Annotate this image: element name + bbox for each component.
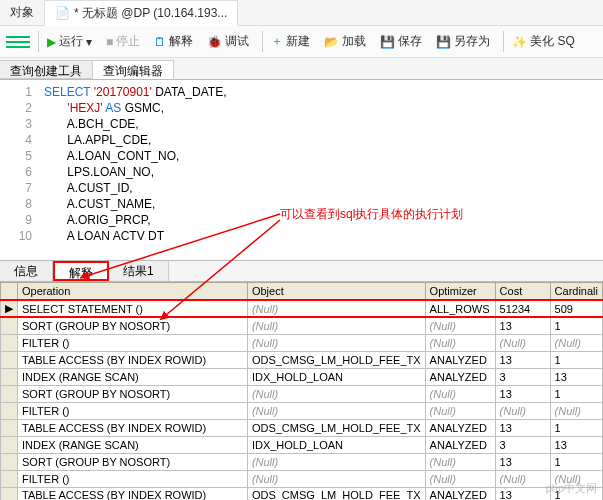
tab-builder[interactable]: 查询创建工具 (0, 60, 93, 79)
cell-op: TABLE ACCESS (BY INDEX ROWID) (18, 351, 248, 368)
grid-header-row: Operation Object Optimizer Cost Cardinal… (1, 283, 603, 301)
table-row[interactable]: SORT (GROUP BY NOSORT)(Null)(Null)131 (1, 317, 603, 334)
cell-opt: ANALYZED (425, 351, 495, 368)
cell-opt: (Null) (425, 470, 495, 487)
tab-editor[interactable]: 查询编辑器 (92, 60, 174, 79)
play-icon: ▶ (47, 35, 56, 49)
col-object[interactable]: Object (247, 283, 425, 301)
cell-obj: IDX_HOLD_LOAN (247, 436, 425, 453)
table-row[interactable]: INDEX (RANGE SCAN)IDX_HOLD_LOANANALYZED3… (1, 368, 603, 385)
cell-op: SORT (GROUP BY NOSORT) (18, 317, 248, 334)
cell-obj: (Null) (247, 300, 425, 317)
cell-card: 1 (550, 385, 602, 402)
tab-result1[interactable]: 结果1 (109, 261, 169, 281)
cell-op: TABLE ACCESS (BY INDEX ROWID) (18, 487, 248, 500)
cell-op: INDEX (RANGE SCAN) (18, 436, 248, 453)
cell-cost: 13 (495, 453, 550, 470)
table-row[interactable]: SORT (GROUP BY NOSORT)(Null)(Null)131 (1, 453, 603, 470)
col-cost[interactable]: Cost (495, 283, 550, 301)
tab-explain[interactable]: 解释 (53, 261, 109, 281)
row-marker (1, 470, 18, 487)
wand-icon: ✨ (512, 35, 527, 49)
new-button[interactable]: ＋新建 (262, 31, 315, 52)
saveas-button[interactable]: 💾另存为 (431, 31, 495, 52)
stop-button[interactable]: ■停止 (101, 31, 145, 52)
cell-cost: 51234 (495, 300, 550, 317)
tab-info[interactable]: 信息 (0, 261, 53, 281)
table-row[interactable]: INDEX (RANGE SCAN)IDX_HOLD_LOANANALYZED3… (1, 436, 603, 453)
beautify-button[interactable]: ✨美化 SQ (503, 31, 580, 52)
run-button[interactable]: ▶运行▾ (38, 31, 97, 52)
save-button[interactable]: 💾保存 (375, 31, 427, 52)
objects-tab[interactable]: 对象 (0, 0, 44, 26)
explain-plan-grid[interactable]: Operation Object Optimizer Cost Cardinal… (0, 282, 603, 500)
cell-cost: 13 (495, 487, 550, 500)
table-row[interactable]: FILTER ()(Null)(Null)(Null)(Null) (1, 470, 603, 487)
row-marker (1, 317, 18, 334)
row-marker (1, 402, 18, 419)
cell-opt: ALL_ROWS (425, 300, 495, 317)
col-operation[interactable]: Operation (18, 283, 248, 301)
cell-opt: ANALYZED (425, 436, 495, 453)
cell-op: SORT (GROUP BY NOSORT) (18, 385, 248, 402)
table-row[interactable]: SORT (GROUP BY NOSORT)(Null)(Null)131 (1, 385, 603, 402)
load-button[interactable]: 📂加载 (319, 31, 371, 52)
table-row[interactable]: TABLE ACCESS (BY INDEX ROWID)ODS_CMSG_LM… (1, 351, 603, 368)
table-row[interactable]: TABLE ACCESS (BY INDEX ROWID)ODS_CMSG_LM… (1, 487, 603, 500)
cell-card: 1 (550, 453, 602, 470)
cell-card: (Null) (550, 334, 602, 351)
cell-obj: (Null) (247, 334, 425, 351)
cell-card: 509 (550, 300, 602, 317)
cell-opt: ANALYZED (425, 419, 495, 436)
cell-cost: 3 (495, 368, 550, 385)
cell-opt: (Null) (425, 334, 495, 351)
row-marker (1, 487, 18, 500)
result-tabs: 信息 解释 结果1 (0, 260, 603, 282)
code-editor[interactable]: SELECT '20170901' DATA_DATE, 'HEXJ' AS G… (40, 80, 603, 260)
table-row[interactable]: TABLE ACCESS (BY INDEX ROWID)ODS_CMSG_LM… (1, 419, 603, 436)
row-marker: ▶ (1, 300, 18, 317)
cell-obj: ODS_CMSG_LM_HOLD_FEE_TX (247, 351, 425, 368)
cell-op: SELECT STATEMENT () (18, 300, 248, 317)
toolbar: ▶运行▾ ■停止 🗒解释 🐞调试 ＋新建 📂加载 💾保存 💾另存为 ✨美化 SQ (0, 26, 603, 58)
row-marker (1, 436, 18, 453)
cell-cost: 13 (495, 419, 550, 436)
col-optimizer[interactable]: Optimizer (425, 283, 495, 301)
cell-obj: (Null) (247, 470, 425, 487)
cell-card: (Null) (550, 402, 602, 419)
row-marker (1, 351, 18, 368)
row-marker (1, 453, 18, 470)
objects-tab-label: 对象 (10, 4, 34, 21)
document-tab[interactable]: 📄 * 无标题 @DP (10.164.193... (44, 0, 238, 26)
explain-icon: 🗒 (154, 35, 166, 49)
col-cardinality[interactable]: Cardinali (550, 283, 602, 301)
cell-op: FILTER () (18, 402, 248, 419)
cell-obj: (Null) (247, 317, 425, 334)
cell-obj: ODS_CMSG_LM_HOLD_FEE_TX (247, 419, 425, 436)
cell-card: 13 (550, 436, 602, 453)
table-row[interactable]: ▶SELECT STATEMENT ()(Null)ALL_ROWS512345… (1, 300, 603, 317)
cell-opt: (Null) (425, 453, 495, 470)
table-row[interactable]: FILTER ()(Null)(Null)(Null)(Null) (1, 402, 603, 419)
document-title: * 无标题 @DP (10.164.193... (74, 5, 227, 22)
cell-op: FILTER () (18, 470, 248, 487)
cell-obj: (Null) (247, 453, 425, 470)
stop-icon: ■ (106, 35, 113, 49)
cell-opt: (Null) (425, 402, 495, 419)
cell-op: SORT (GROUP BY NOSORT) (18, 453, 248, 470)
cell-opt: (Null) (425, 385, 495, 402)
line-gutter: 1 2 3 4 5 6 7 8 9 10 (0, 80, 40, 260)
chevron-down-icon: ▾ (86, 35, 92, 49)
cell-card: 1 (550, 317, 602, 334)
editor-area: 1 2 3 4 5 6 7 8 9 10 SELECT '20170901' D… (0, 80, 603, 260)
menu-icon[interactable] (6, 36, 30, 48)
cell-obj: (Null) (247, 402, 425, 419)
doc-icon: 📄 (55, 6, 70, 20)
explain-button[interactable]: 🗒解释 (149, 31, 198, 52)
debug-button[interactable]: 🐞调试 (202, 31, 254, 52)
plus-icon: ＋ (271, 33, 283, 50)
cell-obj: (Null) (247, 385, 425, 402)
table-row[interactable]: FILTER ()(Null)(Null)(Null)(Null) (1, 334, 603, 351)
cell-card: 1 (550, 351, 602, 368)
save-icon: 💾 (380, 35, 395, 49)
